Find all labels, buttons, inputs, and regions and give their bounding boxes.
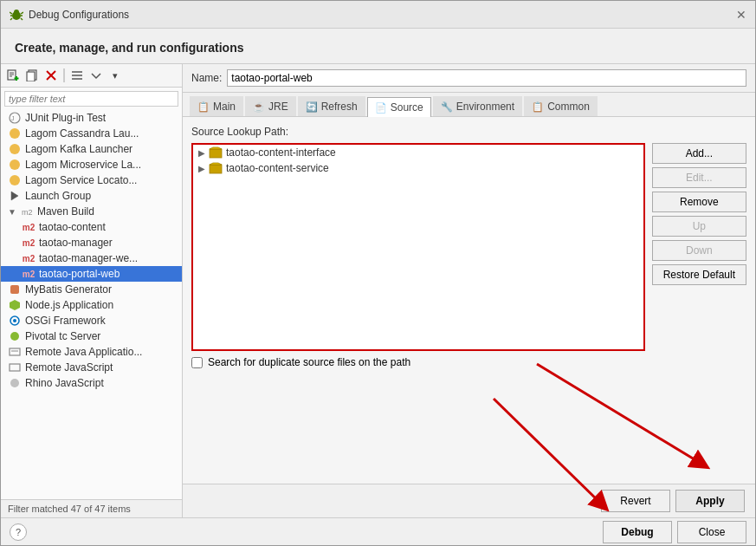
- refresh-tab-icon: 🔄: [306, 101, 318, 113]
- svg-marker-30: [10, 300, 20, 310]
- tree-item-maven[interactable]: ▼ m2 Maven Build: [1, 204, 182, 219]
- source-buttons: Add... Edit... Remove Up Down Restore De…: [652, 143, 746, 351]
- tab-source[interactable]: 📄 Source: [367, 97, 431, 117]
- remote-js-icon: [8, 362, 22, 373]
- rhino-icon: [8, 378, 22, 388]
- duplicate-button[interactable]: [23, 67, 41, 84]
- tab-refresh[interactable]: 🔄 Refresh: [298, 96, 365, 116]
- tree-item-kafka[interactable]: Lagom Kafka Launcher: [1, 141, 182, 157]
- package-icon-1: [209, 146, 223, 159]
- footer-bar: ? Debug Close: [1, 517, 755, 545]
- tree-item-label: Node.js Application: [25, 299, 113, 311]
- filter-status: Filter matched 47 of 47 items: [1, 499, 182, 517]
- up-button[interactable]: Up: [652, 216, 746, 237]
- tree-item-label: Lagom Kafka Launcher: [25, 143, 132, 155]
- svg-marker-27: [11, 192, 18, 200]
- svg-rect-36: [10, 364, 20, 371]
- tree-item-mybatis[interactable]: MyBatis Generator: [1, 282, 182, 297]
- tree-item-cassandra[interactable]: Lagom Cassandra Lau...: [1, 126, 182, 141]
- tree-item-label: Maven Build: [37, 205, 94, 218]
- tree-item-taotao-portal-web[interactable]: m2 taotao-portal-web: [1, 266, 182, 282]
- svg-rect-29: [10, 285, 19, 294]
- svg-rect-38: [210, 149, 222, 158]
- close-dialog-button[interactable]: Close: [677, 521, 746, 543]
- tree-item-label: Remote JavaScript: [25, 361, 113, 374]
- tree-item-label: OSGi Framework: [25, 315, 106, 327]
- left-panel: ▾ J JUnit Plug-in Test Lagom Cassandra L…: [1, 64, 183, 517]
- help-button[interactable]: ?: [10, 523, 27, 541]
- right-panel: Name: 📋 Main ☕ JRE 🔄 Refresh 📄: [183, 64, 755, 517]
- tab-jre[interactable]: ☕ JRE: [245, 96, 296, 116]
- expand-arrow-interface[interactable]: ▶: [198, 148, 205, 158]
- close-button[interactable]: ✕: [736, 8, 746, 22]
- content-area: ▾ J JUnit Plug-in Test Lagom Cassandra L…: [1, 64, 755, 517]
- restore-default-button[interactable]: Restore Default: [652, 264, 746, 285]
- tree-item-locator[interactable]: Lagom Service Locato...: [1, 172, 182, 188]
- tree-item-junit[interactable]: J JUnit Plug-in Test: [1, 110, 182, 126]
- source-item-service[interactable]: ▶ taotao-content-service: [193, 160, 643, 176]
- title-bar: Debug Configurations ✕: [1, 1, 755, 29]
- tree-item-osgi[interactable]: OSGi Framework: [1, 313, 182, 328]
- nodejs-icon: [8, 300, 22, 310]
- tab-common[interactable]: 📋 Common: [524, 96, 598, 116]
- tree-item-label: Pivotal tc Server: [25, 330, 100, 342]
- name-input[interactable]: [227, 69, 746, 87]
- expand-arrow-maven[interactable]: ▼: [8, 207, 16, 217]
- mybatis-icon: [8, 284, 22, 295]
- tree-item-nodejs[interactable]: Node.js Application: [1, 297, 182, 313]
- tree-item-label: taotao-portal-web: [39, 268, 120, 280]
- duplicate-source-checkbox[interactable]: [191, 357, 203, 368]
- expand-button[interactable]: [87, 67, 105, 84]
- separator-1: [63, 68, 65, 82]
- tree-item-label: Lagom Service Locato...: [25, 174, 137, 186]
- svg-text:J: J: [11, 115, 15, 121]
- lagom-icon-3: [8, 159, 22, 170]
- revert-button[interactable]: Revert: [601, 490, 670, 512]
- svg-line-6: [10, 18, 12, 20]
- tree-item-launch[interactable]: Launch Group: [1, 188, 182, 204]
- source-item-label: taotao-content-service: [226, 162, 329, 174]
- tree-item-remote-java[interactable]: Remote Java Applicatio...: [1, 344, 182, 360]
- lagom-icon-1: [8, 128, 22, 139]
- expand-arrow-service[interactable]: ▶: [198, 164, 205, 173]
- tree-item-pivotal[interactable]: Pivotal tc Server: [1, 328, 182, 344]
- tree-item-label: JUnit Plug-in Test: [25, 112, 106, 124]
- tree-item-label: Rhino JavaScript: [25, 377, 104, 389]
- tab-environment[interactable]: 🔧 Environment: [433, 96, 522, 116]
- m2-icon-2: m2: [22, 237, 36, 248]
- lagom-icon-2: [8, 144, 22, 154]
- tabs-bar: 📋 Main ☕ JRE 🔄 Refresh 📄 Source 🔧: [183, 93, 755, 117]
- source-tab-content: Source Lookup Path: ▶ taotao-content-int…: [183, 117, 755, 484]
- tree-item-microservice[interactable]: Lagom Microservice La...: [1, 157, 182, 172]
- svg-point-24: [10, 144, 20, 154]
- checkbox-row: Search for duplicate source files on the…: [191, 351, 746, 374]
- tree-item-label: Lagom Cassandra Lau...: [25, 127, 139, 140]
- delete-button[interactable]: [42, 67, 60, 84]
- tree-item-taotao-content[interactable]: m2 taotao-content: [1, 219, 182, 235]
- svg-rect-40: [210, 165, 222, 173]
- tab-main[interactable]: 📋 Main: [190, 96, 243, 116]
- tree-item-rhino[interactable]: Rhino JavaScript: [1, 375, 182, 391]
- debug-button[interactable]: Debug: [603, 521, 672, 543]
- new-config-button[interactable]: [4, 67, 22, 84]
- apply-button[interactable]: Apply: [675, 490, 745, 512]
- add-button[interactable]: Add...: [652, 143, 746, 164]
- svg-line-7: [21, 18, 23, 20]
- source-section-label: Source Lookup Path:: [191, 126, 746, 138]
- edit-button[interactable]: Edit...: [652, 167, 746, 188]
- down-button[interactable]: Down: [652, 240, 746, 261]
- tree-item-taotao-manager[interactable]: m2 taotao-manager: [1, 235, 182, 250]
- filter-input[interactable]: [4, 91, 178, 107]
- left-toolbar: ▾: [1, 64, 182, 88]
- remove-button[interactable]: Remove: [652, 192, 746, 212]
- source-item-interface[interactable]: ▶ taotao-content-interface: [193, 145, 643, 160]
- tree-item-taotao-manager-we[interactable]: m2 taotao-manager-we...: [1, 250, 182, 266]
- pivotal-icon: [8, 331, 22, 341]
- collapse-button[interactable]: [68, 67, 86, 84]
- tree-list: J JUnit Plug-in Test Lagom Cassandra Lau…: [1, 110, 182, 499]
- window-title: Debug Configurations: [29, 9, 129, 21]
- bug-icon: [10, 8, 23, 22]
- svg-text:m2: m2: [22, 208, 33, 217]
- tree-item-remote-js[interactable]: Remote JavaScript: [1, 360, 182, 375]
- dropdown-button[interactable]: ▾: [107, 67, 124, 84]
